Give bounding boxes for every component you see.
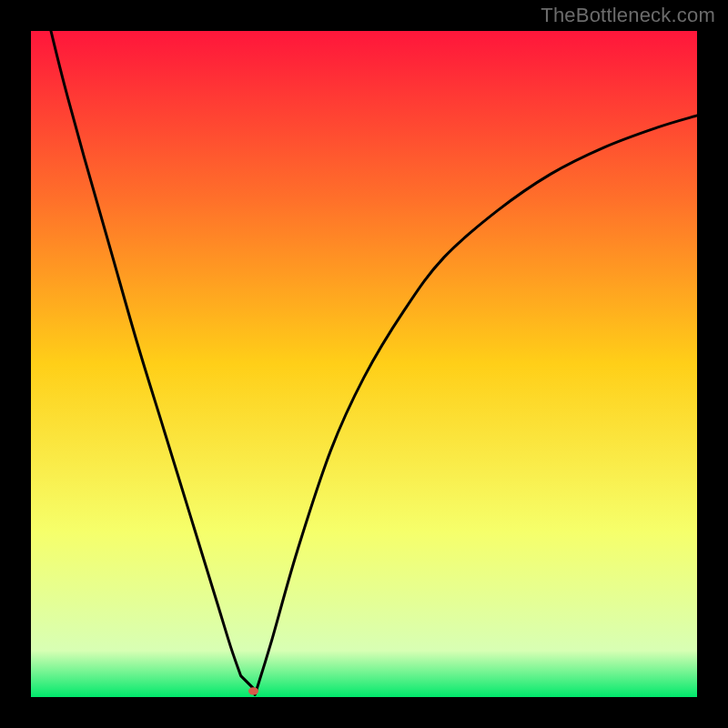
- attribution-text: TheBottleneck.com: [541, 4, 715, 27]
- chart-frame: TheBottleneck.com: [0, 0, 728, 728]
- gradient-background: [31, 31, 697, 697]
- chart-svg: [31, 31, 697, 697]
- plot-area: [31, 31, 697, 697]
- minimum-marker: [248, 687, 258, 694]
